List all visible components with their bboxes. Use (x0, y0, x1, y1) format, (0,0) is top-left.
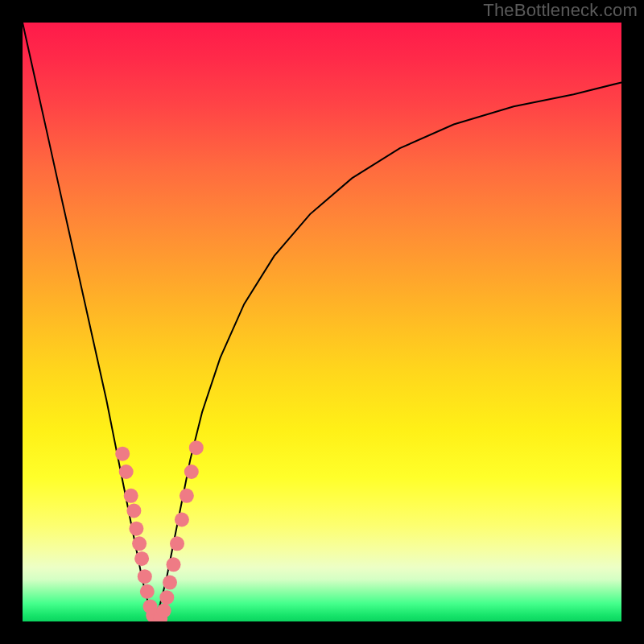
bead-point (129, 522, 143, 536)
bead-point (119, 464, 134, 479)
bead-point (157, 604, 171, 618)
bead-point (115, 447, 130, 461)
plot-area (23, 23, 621, 621)
bead-point (126, 503, 141, 518)
bead-point (134, 551, 149, 566)
beads-group (115, 440, 204, 621)
watermark-text: TheBottleneck.com (483, 0, 638, 21)
bead-point (163, 576, 177, 590)
bead-point (189, 440, 204, 455)
bead-point (140, 584, 155, 599)
bead-point (167, 557, 181, 572)
bead-point (184, 464, 199, 479)
right-curve (155, 82, 621, 621)
bead-point (175, 513, 189, 527)
curve-layer (23, 23, 621, 621)
bead-point (159, 590, 174, 605)
bead-point (132, 536, 147, 551)
bead-point (180, 489, 194, 503)
bead-point (124, 489, 138, 503)
chart-frame: TheBottleneck.com (0, 0, 644, 644)
bead-point (138, 569, 152, 584)
bead-point (170, 536, 184, 551)
